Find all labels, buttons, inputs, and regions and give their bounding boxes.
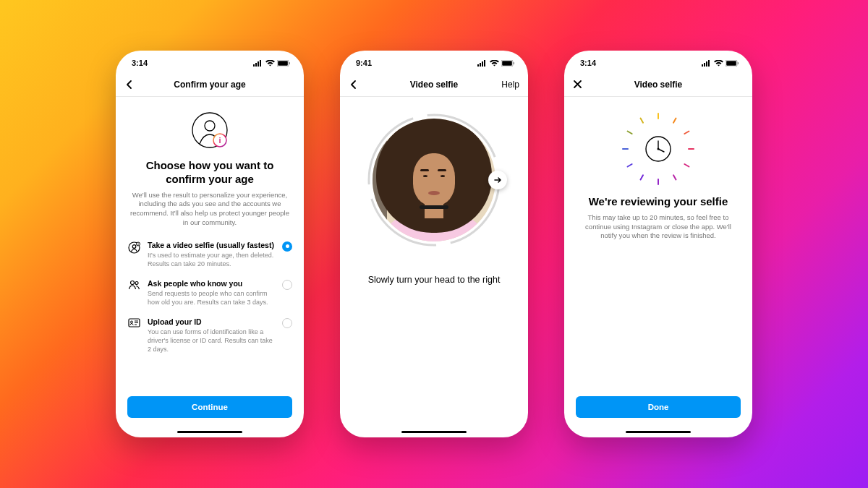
wifi-icon [714, 60, 723, 67]
radio-unselected[interactable] [282, 280, 292, 290]
nav-bar: Video selfie Help [340, 72, 528, 97]
option-desc: Send requests to people who can confirm … [148, 290, 275, 307]
people-icon [127, 280, 140, 291]
option-title: Ask people who know you [148, 279, 275, 289]
illustration-profile-info: i [127, 110, 292, 150]
signal-icon [702, 60, 712, 67]
svg-point-14 [130, 281, 134, 284]
svg-point-39 [658, 148, 660, 150]
direction-right-badge [488, 171, 507, 189]
svg-rect-35 [738, 62, 739, 64]
radio-unselected[interactable] [282, 318, 292, 328]
back-button[interactable] [124, 80, 135, 90]
svg-rect-22 [480, 63, 481, 67]
svg-rect-34 [726, 61, 736, 66]
close-button[interactable] [573, 80, 582, 89]
svg-point-17 [130, 321, 132, 323]
page-title: Video selfie [634, 80, 682, 90]
svg-rect-24 [484, 60, 485, 67]
battery-icon [726, 60, 739, 67]
svg-rect-1 [255, 63, 257, 67]
svg-point-8 [205, 121, 215, 131]
svg-rect-6 [289, 62, 290, 64]
svg-rect-0 [253, 64, 255, 67]
page-title: Confirm your age [174, 80, 245, 90]
chevron-left-icon [124, 80, 135, 90]
nav-bar: Confirm your age [116, 72, 304, 97]
radio-selected[interactable] [282, 241, 292, 252]
phone-reviewing: 3:14 Video selfie [564, 51, 752, 437]
help-link[interactable]: Help [501, 80, 519, 90]
continue-button[interactable]: Continue [127, 396, 292, 418]
option-desc: It's used to estimate your age, then del… [148, 252, 275, 268]
selfie-capture-ring [365, 111, 503, 249]
svg-rect-2 [258, 61, 259, 67]
status-bar: 3:14 [116, 51, 304, 72]
svg-rect-26 [502, 61, 512, 66]
status-time: 3:14 [132, 59, 148, 67]
svg-rect-23 [482, 61, 483, 67]
battery-icon [501, 60, 515, 67]
svg-rect-27 [514, 62, 514, 64]
signal-icon [253, 60, 263, 67]
status-right-icons [253, 60, 291, 67]
option-title: Upload your ID [148, 317, 275, 328]
status-bar: 3:14 [564, 51, 752, 72]
selfie-preview [373, 119, 495, 241]
subtext: We'll use the result to personalize your… [129, 191, 291, 228]
heading: Choose how you want to confirm your age [135, 159, 285, 187]
page-title: Video selfie [410, 80, 458, 90]
option-upload-id[interactable]: Upload your ID You can use forms of iden… [127, 313, 292, 360]
status-right-icons [702, 60, 739, 67]
svg-rect-32 [708, 60, 710, 67]
status-time: 3:14 [580, 59, 596, 67]
heading: We're reviewing your selfie [583, 195, 733, 209]
svg-rect-29 [702, 64, 703, 67]
instruction-text: Slowly turn your head to the right [352, 275, 516, 285]
done-button[interactable]: Done [576, 396, 741, 418]
content: We're reviewing your selfie This may tak… [564, 97, 752, 429]
option-title: Take a video selfie (usually fastest) [148, 241, 275, 251]
option-video-selfie[interactable]: Take a video selfie (usually fastest) It… [127, 236, 292, 275]
back-button[interactable] [349, 80, 359, 90]
id-card-icon [127, 318, 140, 328]
close-icon [573, 80, 582, 89]
option-desc: You can use forms of identification like… [148, 328, 275, 354]
signal-icon [477, 60, 488, 67]
svg-rect-5 [278, 61, 288, 66]
wifi-icon [490, 60, 499, 67]
content: i Choose how you want to confirm your ag… [116, 97, 304, 429]
svg-point-15 [135, 281, 138, 284]
phone-video-selfie: 9:41 Video selfie Help [340, 51, 528, 437]
home-indicator [177, 431, 242, 433]
svg-point-12 [132, 244, 136, 248]
wifi-icon [265, 60, 275, 67]
svg-text:i: i [218, 136, 221, 145]
chevron-left-icon [349, 80, 359, 90]
svg-rect-30 [704, 63, 705, 67]
svg-rect-31 [706, 61, 707, 67]
subtext: This may take up to 20 minutes, so feel … [577, 213, 739, 241]
home-indicator [401, 431, 467, 433]
nav-bar: Video selfie [564, 72, 752, 97]
status-time: 9:41 [356, 59, 372, 67]
arrow-right-icon [493, 175, 503, 185]
status-bar: 9:41 [340, 51, 528, 72]
svg-rect-3 [260, 60, 261, 67]
svg-rect-21 [477, 64, 479, 67]
home-indicator [626, 431, 691, 433]
status-right-icons [477, 60, 515, 67]
video-selfie-icon [127, 241, 140, 254]
illustration-clock [622, 113, 694, 185]
battery-icon [277, 60, 291, 67]
option-ask-people[interactable]: Ask people who know you Send requests to… [127, 275, 292, 313]
content: Slowly turn your head to the right [340, 97, 528, 429]
phone-confirm-age: 3:14 Confirm your age i Choose how you w… [116, 51, 304, 437]
